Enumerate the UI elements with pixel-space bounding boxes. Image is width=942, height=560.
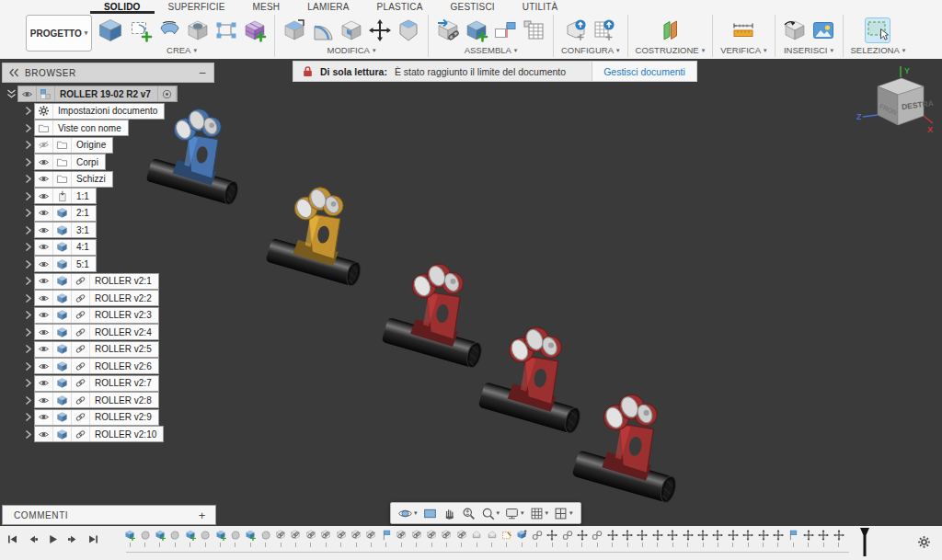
browser-item-corpi[interactable]: Corpi	[2, 154, 214, 171]
chevron-right-icon[interactable]	[22, 258, 34, 270]
chevron-right-icon[interactable]	[22, 122, 34, 134]
browser-item-impostazioni-documento[interactable]: Impostazioni documento	[2, 103, 214, 120]
eye-visible-icon[interactable]	[35, 240, 53, 255]
eye-visible-icon[interactable]	[35, 154, 53, 169]
eye-visible-icon[interactable]	[35, 325, 53, 339]
chevron-right-icon[interactable]	[22, 207, 34, 219]
skip-end-button[interactable]	[87, 533, 99, 545]
chevron-right-icon[interactable]	[22, 105, 34, 117]
timeline-settings-gear-icon[interactable]	[917, 535, 931, 549]
joint-flag-icon[interactable]	[493, 18, 517, 42]
fit-tool-icon[interactable]: ▾	[478, 507, 503, 520]
timeline-feature-joint-icon[interactable]	[559, 529, 574, 547]
eye-visible-icon[interactable]	[35, 376, 53, 391]
skip-start-button[interactable]	[6, 533, 18, 545]
browser-item-root[interactable]: ROLLER 19-02 R2 v7	[2, 86, 214, 103]
timeline-feature-link-icon[interactable]	[363, 529, 378, 547]
chevron-right-icon[interactable]	[22, 224, 34, 236]
timeline-feature-link-icon[interactable]	[349, 529, 363, 547]
timeline-playhead[interactable]	[859, 528, 870, 557]
timeline-feature-link-icon[interactable]	[288, 529, 303, 547]
timeline-feature-link-icon[interactable]	[333, 529, 348, 547]
tab-solido[interactable]: SOLIDO	[90, 0, 155, 14]
display-tool-icon[interactable]: ▾	[502, 507, 527, 520]
timeline-feature-move-icon[interactable]	[635, 529, 649, 547]
model-roller-yellow[interactable]	[265, 184, 379, 287]
chevron-right-icon[interactable]	[22, 360, 34, 372]
timeline-feature-move-icon[interactable]	[665, 529, 680, 547]
browser-item-2-1[interactable]: 2:1	[2, 205, 214, 223]
chevron-right-icon[interactable]	[22, 156, 34, 168]
step-back-button[interactable]	[27, 533, 39, 545]
eye-visible-icon[interactable]	[35, 359, 53, 373]
step-forward-button[interactable]	[67, 533, 79, 545]
timeline-feature-move-icon[interactable]	[680, 529, 695, 547]
eye-visible-icon[interactable]	[35, 427, 53, 441]
chevron-right-icon[interactable]	[22, 173, 34, 185]
timeline-feature-link-icon[interactable]	[424, 529, 439, 547]
measure-icon[interactable]	[731, 18, 755, 42]
eye-visible-icon[interactable]	[35, 189, 53, 203]
eye-visible-icon[interactable]	[35, 274, 53, 289]
select-box-icon[interactable]	[865, 17, 890, 43]
image-icon[interactable]	[811, 18, 835, 42]
insert-cube-icon[interactable]	[783, 18, 807, 42]
viewports-tool-icon[interactable]: ▾	[551, 507, 576, 520]
timeline-feature-move-icon[interactable]	[650, 529, 665, 547]
eye-visible-icon[interactable]	[35, 342, 53, 357]
eye-visible-icon[interactable]	[35, 257, 53, 271]
eye-visible-icon[interactable]	[35, 410, 53, 425]
timeline-feature-move-icon[interactable]	[771, 529, 786, 547]
timeline-feature-link-icon[interactable]	[394, 529, 408, 547]
chevron-right-icon[interactable]	[22, 343, 34, 355]
collapse-panel-icon[interactable]	[6, 67, 21, 78]
timeline-feature-component-new-icon[interactable]	[243, 529, 258, 547]
solid-cube-icon[interactable]	[97, 17, 124, 44]
timeline-feature-move-icon[interactable]	[801, 529, 816, 547]
chevron-right-icon[interactable]	[22, 394, 34, 406]
timeline-feature-flag-icon[interactable]	[786, 529, 800, 547]
group-label-crea[interactable]: CREA▾	[167, 45, 197, 55]
eye-visible-icon[interactable]	[35, 223, 53, 237]
tab-superficie[interactable]: SUPERFICIE	[155, 0, 239, 14]
eye-hidden-icon[interactable]	[35, 138, 53, 153]
chevron-right-icon[interactable]	[22, 377, 34, 389]
group-label-costruzione[interactable]: COSTRUZIONE▾	[636, 45, 706, 55]
activate-component-radio[interactable]	[157, 86, 177, 101]
eye-visible-icon[interactable]	[18, 86, 37, 101]
timeline-feature-move-icon[interactable]	[726, 529, 741, 547]
group-label-modifica[interactable]: MODIFICA▾	[327, 45, 376, 55]
timeline-feature-body-icon[interactable]	[228, 529, 243, 547]
press-pull-icon[interactable]	[282, 18, 306, 42]
timeline-feature-move-icon[interactable]	[831, 529, 845, 547]
group-label-configura[interactable]: CONFIGURA▾	[561, 45, 620, 55]
timeline-feature-link-icon[interactable]	[318, 529, 333, 547]
timeline-feature-link-icon[interactable]	[273, 529, 288, 547]
eye-visible-icon[interactable]	[35, 206, 53, 221]
chevron-down-icon[interactable]: ▾	[521, 509, 524, 517]
browser-item-roller-v2-6[interactable]: ROLLER v2:6	[2, 358, 214, 375]
zoom-tool-icon[interactable]	[459, 507, 478, 520]
timeline-feature-component-new-icon[interactable]	[183, 529, 198, 547]
timeline-feature-move-icon[interactable]	[620, 529, 635, 547]
chevron-right-icon[interactable]	[22, 411, 34, 423]
group-label-inserisci[interactable]: INSERISCI▾	[784, 45, 833, 55]
timeline-feature-move-icon[interactable]	[710, 529, 725, 547]
timeline-feature-joint-icon[interactable]	[590, 529, 604, 547]
timeline-feature-move-icon[interactable]	[605, 529, 620, 547]
browser-item-viste-con-nome[interactable]: Viste con nome	[2, 120, 214, 137]
timeline-feature-sketch-icon[interactable]	[500, 529, 514, 547]
timeline-feature-component-new-icon[interactable]	[122, 529, 137, 547]
browser-item-roller-v2-3[interactable]: ROLLER v2:3	[2, 307, 214, 325]
chevron-expanded-icon[interactable]	[6, 88, 17, 100]
construction-planes-icon[interactable]	[658, 18, 682, 42]
minimize-button[interactable]: –	[200, 66, 206, 79]
revolve-icon[interactable]	[157, 18, 181, 42]
timeline-feature-chamfer-icon[interactable]	[484, 529, 499, 547]
lookat-tool-icon[interactable]	[420, 507, 440, 520]
chevron-right-icon[interactable]	[22, 241, 34, 253]
chevron-down-icon[interactable]: ▾	[546, 509, 549, 517]
sketch-plus-icon[interactable]	[129, 18, 153, 42]
browser-item-3-1[interactable]: 3:1	[2, 222, 214, 239]
timeline-feature-chamfer-icon[interactable]	[469, 529, 484, 547]
